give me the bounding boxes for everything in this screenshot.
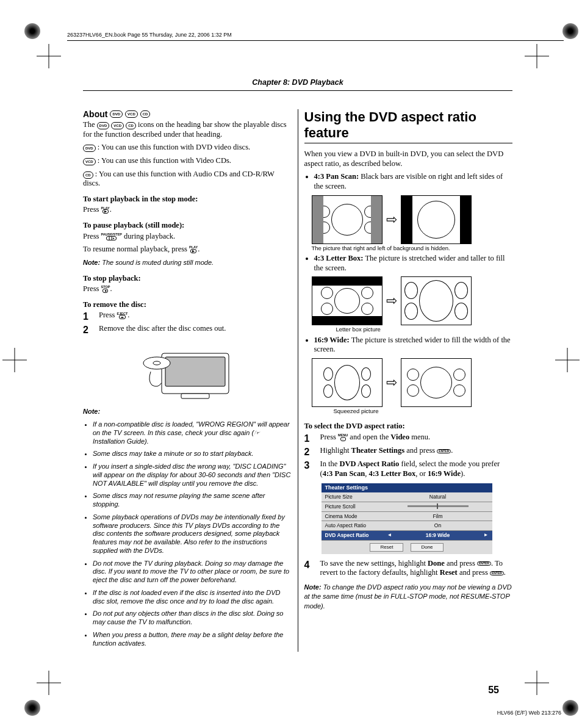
enter-key-icon: ENTER [490,571,504,575]
step-item: 2Remove the disc after the disc comes ou… [83,324,292,336]
wide-caption: Squeezed picture [334,408,513,414]
step-item: 3In the DVD Aspect Ratio field, select t… [304,460,513,478]
dvd-badge-icon: DVD [110,110,123,118]
notes-list: If a non-compatible disc is loaded, "WRO… [83,420,292,647]
cd-function-line: CD : You can use this function with Audi… [83,170,292,189]
chevron-left-icon: ◄ [387,532,392,538]
settings-row: Cinema ModeFilm [322,512,492,522]
pause-note: Note: The sound is muted during still mo… [83,258,292,268]
print-dot-icon [24,700,40,716]
crop-mark-icon [525,671,549,695]
arrow-right-icon: ⇨ [386,374,397,391]
crop-mark-icon [2,348,27,372]
dvd-badge-icon: DVD [83,145,96,152]
note-item: Do not move the TV during playback. Doin… [93,560,292,585]
enter-key-icon: ENTER [437,449,451,453]
note-item: Some discs may take a minute or so to st… [93,450,292,458]
cd-badge-icon: CD [83,171,93,179]
intro-text: When you view a DVD in built-in DVD, you… [304,150,513,168]
done-button: Done [411,543,443,552]
footer-code: HLV66 (E/F) Web 213:276 [497,710,561,716]
menu-key-icon: MENU○ [338,434,348,441]
settings-row: Auto Aspect RatioOn [322,521,492,531]
eject-key-icon: EJECT⏏ [117,312,128,320]
panscan-caption: The picture that right and left of backg… [312,245,513,251]
panscan-illustration: ⇨ [312,195,513,244]
arrow-right-icon: ⇨ [386,211,397,228]
letterbox-illustration: ⇨ [312,276,513,325]
vcd-badge-icon: VCD [111,122,124,129]
cd-badge-icon: CD [140,110,151,118]
panscan-item: 4:3 Pan Scan: Black bars are visible on … [314,172,513,191]
step-item: 1Press EJECT⏏. [83,311,292,323]
crop-mark-icon [555,348,580,372]
letterbox-item: 4:3 Letter Box: The picture is stretched… [314,254,513,273]
divider [83,90,512,91]
chevron-right-icon: ► [484,532,489,538]
enter-key-icon: ENTER [477,561,491,566]
play-key-icon: PLAY▶ [101,207,110,214]
dvd-badge-icon: DVD [97,122,110,129]
start-playback-heading: To start playback in the stop mode: [83,195,292,204]
print-dot-icon [562,700,578,716]
about-heading: About DVD VCD CD [83,109,292,119]
theater-settings-panel: Theater Settings Picture SizeNatural Pic… [322,483,492,553]
about-title: About [83,109,107,119]
note-item: If the disc is not loaded even if the di… [93,589,292,606]
print-dot-icon [562,23,578,39]
stop-key-icon: STOP■ [101,286,110,293]
settings-row: Picture Scroll [322,502,492,512]
note-item: When you press a button, there may be a … [93,631,292,648]
document-path: 263237HLV66_EN.book Page 55 Thursday, Ju… [67,32,564,38]
about-intro: The DVD VCD CD icons on the heading bar … [83,120,292,139]
header-rule [67,40,564,41]
print-dot-icon [24,23,40,39]
settings-row-active: DVD Aspect Ratio◄16:9 Wide► [322,531,492,541]
dvd-function-line: DVD : You can use this function with DVD… [83,143,292,153]
vcd-badge-icon: VCD [83,158,96,165]
vcd-badge-icon: VCD [125,110,138,118]
note-item: Some discs may not resume playing the sa… [93,492,292,509]
chapter-header: Chapter 8: DVD Playback [83,78,512,90]
settings-title: Theater Settings [322,483,492,492]
remove-disc-heading: To remove the disc: [83,300,292,310]
crop-mark-icon [37,671,61,695]
note-item: If you insert a single-sided disc the wr… [93,463,292,488]
svg-point-4 [153,361,160,365]
pause-playback-heading: To pause playback (still mode): [83,221,292,231]
note-item: Do not put any objects other than discs … [93,610,292,627]
section-title: Using the DVD aspect ratio feature [304,109,513,143]
crop-mark-icon [37,44,61,68]
step-item: 2Highlight Theater Settings and press EN… [304,446,513,458]
stop-playback-heading: To stop playback: [83,274,292,284]
pause-playback-text-1: Press PAUSE/STEP❙❙▸ during playback. [83,232,292,242]
tv-disc-illustration-icon [138,341,236,402]
page-number: 55 [488,685,499,696]
pause-playback-text-2: To resume normal playback, press PLAY▶. [83,245,292,254]
vcd-function-line: VCD : You can use this function with Vid… [83,156,292,166]
svg-rect-1 [165,357,225,386]
crop-mark-icon [525,44,549,68]
settings-row: Picture SizeNatural [322,492,492,502]
final-note: Note: To change the DVD aspect ratio you… [304,583,513,611]
letterbox-caption: Letter box picture [336,326,513,333]
step-item: 1Press MENU○ and open the Video menu. [304,433,513,445]
wide-illustration: ⇨ [312,358,513,407]
reset-button: Reset [370,543,403,552]
pause-key-icon: PAUSE/STEP❙❙▸ [101,233,122,240]
stop-playback-text: Press STOP■. [83,284,292,294]
step-item: 4To save the new settings, highlight Don… [304,559,513,578]
play-key-icon: PLAY▶ [189,246,198,253]
wide-item: 16:9 Wide: The picture is stretched wide… [314,336,513,355]
note-item: Some playback operations of DVDs may be … [93,513,292,555]
note-label: Note: [83,408,100,415]
start-playback-text: Press PLAY▶. [83,205,292,215]
select-ratio-heading: To select the DVD aspect ratio: [304,422,513,431]
cd-badge-icon: CD [126,122,136,129]
svg-rect-2 [181,394,209,398]
arrow-right-icon: ⇨ [386,292,397,309]
note-item: If a non-compatible disc is loaded, "WRO… [93,420,292,445]
